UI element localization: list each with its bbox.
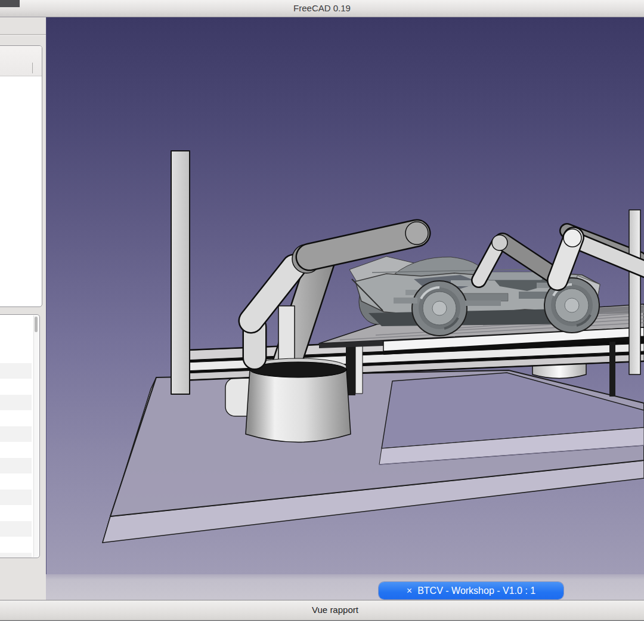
freecad-window: FreeCAD 0.19	[0, 0, 644, 644]
3d-viewport[interactable]	[46, 17, 644, 574]
property-row[interactable]	[0, 363, 32, 379]
property-row[interactable]	[0, 426, 32, 442]
property-row[interactable]	[0, 458, 32, 473]
below-window-area	[0, 621, 644, 644]
window-title: FreeCAD 0.19	[0, 0, 644, 17]
document-tab[interactable]: × BTCV - Workshop - V1.0 : 1	[379, 582, 564, 599]
toolbar-separator	[0, 34, 46, 36]
scrollbar-thumb[interactable]	[35, 317, 38, 332]
status-label: Vue rapport	[0, 600, 644, 619]
left-dock-area	[0, 17, 46, 600]
model-tree-panel[interactable]	[0, 45, 42, 307]
tree-header	[0, 46, 42, 76]
property-row[interactable]	[0, 521, 32, 537]
property-row[interactable]	[0, 395, 32, 410]
window-corner-artifact	[0, 0, 20, 7]
document-tab-bar: × BTCV - Workshop - V1.0 : 1	[46, 574, 644, 600]
status-bar: Vue rapport	[0, 600, 644, 621]
property-row[interactable]	[0, 490, 32, 505]
tab-close-icon[interactable]: ×	[407, 586, 412, 596]
property-scrollbar[interactable]	[33, 315, 39, 557]
title-bar[interactable]: FreeCAD 0.19	[0, 0, 644, 17]
tree-header-column-divider	[32, 63, 33, 73]
property-row[interactable]	[0, 553, 32, 558]
tab-label: BTCV - Workshop - V1.0 : 1	[417, 586, 535, 596]
property-editor-panel[interactable]	[0, 314, 40, 558]
